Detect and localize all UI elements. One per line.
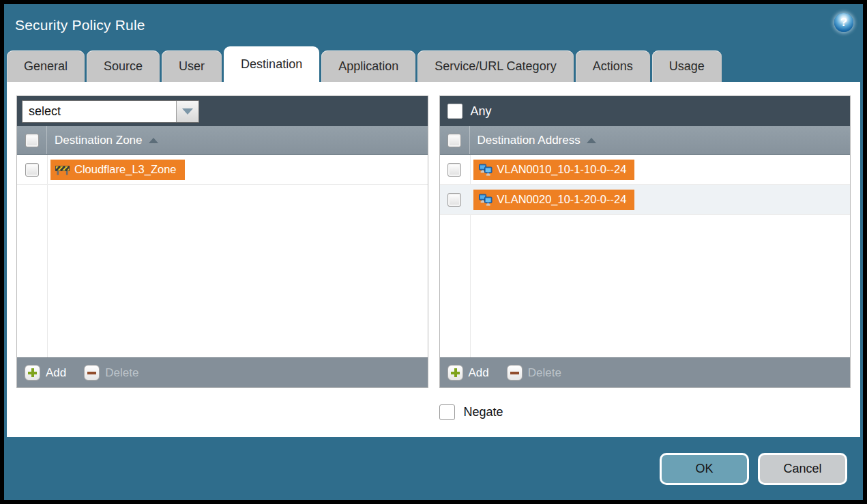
negate-label: Negate: [464, 405, 503, 419]
address-list: VLAN0010_10-1-10-0--24: [440, 155, 851, 357]
zone-add-button[interactable]: Add: [25, 365, 66, 381]
address-add-button[interactable]: Add: [447, 365, 489, 381]
zone-list: Cloudflare_L3_Zone: [17, 155, 428, 357]
address-delete-button[interactable]: Delete: [507, 365, 561, 381]
tab-general[interactable]: General: [7, 50, 85, 82]
address-panel-footer: Add Delete: [440, 357, 851, 387]
sort-ascending-icon: [149, 138, 158, 143]
address-row: VLAN0020_10-1-20-0--24: [440, 185, 851, 215]
add-icon: [25, 365, 40, 381]
address-column-header: Destination Address: [440, 126, 851, 155]
address-panel-toolbar: Any: [440, 96, 851, 126]
negate-checkbox[interactable]: [439, 404, 455, 420]
zone-panel-footer: Add Delete: [17, 357, 428, 387]
zone-column-title[interactable]: Destination Zone: [47, 134, 158, 147]
zone-icon: [55, 164, 70, 175]
address-chip[interactable]: VLAN0020_10-1-20-0--24: [473, 190, 635, 210]
dialog-titlebar: Security Policy Rule ?: [4, 4, 863, 46]
tab-service-url-category[interactable]: Service/URL Category: [417, 50, 573, 82]
dialog-footer: OK Cancel: [4, 437, 863, 500]
tab-content-destination: Destination Zone: [7, 82, 860, 437]
address-column-title[interactable]: Destination Address: [470, 134, 596, 147]
delete-icon: [84, 365, 100, 381]
security-policy-rule-dialog: Security Policy Rule ? General Source Us…: [4, 4, 863, 500]
zone-select-input[interactable]: [23, 101, 176, 122]
tab-user[interactable]: User: [162, 50, 222, 82]
dialog-title: Security Policy Rule: [15, 17, 145, 33]
any-label: Any: [471, 104, 492, 119]
tab-actions[interactable]: Actions: [576, 50, 650, 82]
address-icon: [478, 164, 493, 176]
zone-column-header: Destination Zone: [17, 126, 428, 155]
help-icon[interactable]: ?: [834, 13, 853, 32]
delete-icon: [507, 365, 523, 381]
sort-ascending-icon: [587, 138, 596, 143]
destination-zone-panel: Destination Zone: [16, 95, 428, 388]
address-row-checkbox[interactable]: [447, 163, 461, 177]
any-checkbox[interactable]: [447, 104, 462, 119]
address-row-checkbox[interactable]: [447, 193, 461, 207]
address-chip[interactable]: VLAN0010_10-1-10-0--24: [473, 160, 635, 180]
tab-application[interactable]: Application: [321, 50, 415, 82]
cancel-button[interactable]: Cancel: [758, 453, 847, 485]
tab-source[interactable]: Source: [87, 50, 160, 82]
zone-panel-toolbar: [17, 96, 428, 126]
address-icon: [478, 194, 493, 206]
tab-bar: General Source User Destination Applicat…: [7, 46, 860, 82]
tab-usage[interactable]: Usage: [652, 50, 722, 82]
destination-address-panel: Any Destination Address: [439, 95, 851, 388]
tab-destination[interactable]: Destination: [224, 46, 319, 82]
zone-row-checkbox[interactable]: [25, 163, 39, 177]
zone-select-combo: [22, 100, 199, 123]
zone-row-label: Cloudflare_L3_Zone: [74, 163, 177, 176]
address-row: VLAN0010_10-1-10-0--24: [440, 155, 851, 185]
zone-select-dropdown-button[interactable]: [176, 101, 199, 122]
zone-row: Cloudflare_L3_Zone: [17, 155, 428, 185]
negate-row: Negate: [16, 402, 851, 422]
zone-chip[interactable]: Cloudflare_L3_Zone: [50, 160, 185, 180]
address-row-label: VLAN0020_10-1-20-0--24: [497, 193, 627, 206]
add-icon: [447, 365, 463, 381]
ok-button[interactable]: OK: [660, 453, 749, 485]
zone-select-all-checkbox[interactable]: [25, 134, 39, 147]
chevron-down-icon: [182, 108, 193, 115]
address-select-all-checkbox[interactable]: [447, 134, 461, 147]
address-row-label: VLAN0010_10-1-10-0--24: [497, 163, 627, 176]
zone-delete-button[interactable]: Delete: [84, 365, 138, 381]
